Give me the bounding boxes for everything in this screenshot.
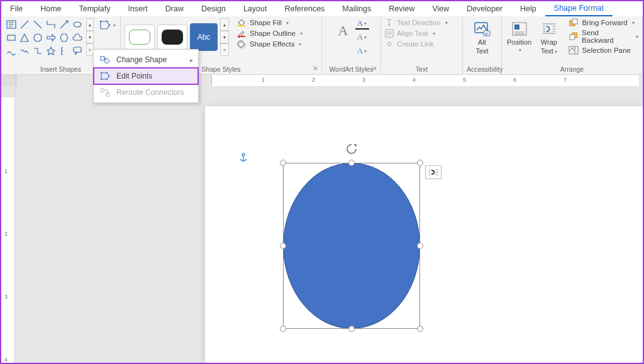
menu-change-shape[interactable]: Change Shape ▸ [94,52,198,68]
quick-styles-button[interactable]: A [334,18,353,43]
shape-outline-label: Shape Outline [250,30,296,37]
position-button[interactable]: Position ▾ [506,18,533,53]
edit-points-icon [100,72,110,80]
shape-freeform-icon[interactable] [18,45,31,57]
tab-view[interactable]: View [423,1,458,16]
svg-rect-9 [238,36,245,37]
align-text-button[interactable]: Align Text▾ [385,29,448,38]
resize-handle-bc[interactable] [348,326,355,332]
tab-file[interactable]: File [1,1,31,16]
send-backward-button[interactable]: Send Backward▾ [569,29,638,44]
shape-outline-button[interactable]: Shape Outline▾ [236,29,303,38]
tab-design[interactable]: Design [192,1,235,16]
style-preset-3[interactable]: Abc [190,23,218,51]
pen-icon [236,29,247,38]
bring-forward-icon [569,18,579,27]
rotate-handle[interactable] [345,143,358,158]
shape-textbox-icon[interactable] [5,18,18,31]
style-preset-1[interactable] [125,25,155,50]
wrap-text-button[interactable]: Wrap Text▾ [535,18,562,55]
tab-references[interactable]: References [275,1,333,16]
document-page[interactable] [205,106,644,364]
shape-line-icon[interactable] [18,18,31,31]
tab-insert[interactable]: Insert [119,1,157,16]
shape-arrow-icon[interactable] [58,18,70,31]
tab-help[interactable]: Help [511,1,545,16]
send-backward-icon [569,32,579,41]
document-area[interactable]: 1 2 3 4 [1,86,643,364]
svg-point-11 [239,42,245,48]
layout-options-button[interactable] [425,165,441,179]
svg-rect-22 [101,57,104,60]
tab-shape-format[interactable]: Shape Format [545,1,613,16]
dialog-launcher-wa-icon[interactable]: ⇲ [370,64,378,72]
shape-rarrow-icon[interactable] [45,31,57,44]
group-label-wordart: WordArt Styles [326,64,377,74]
resize-handle-tl[interactable] [280,160,286,166]
resize-handle-mr[interactable] [417,243,423,249]
shape-brace-icon[interactable] [58,45,70,57]
resize-handle-tr[interactable] [417,160,423,166]
menu-reroute-connectors: Reroute Connectors [94,84,198,101]
bring-forward-label: Bring Forward [582,19,627,26]
alt-text-button[interactable]: Alt Text [469,18,496,55]
shape-fill-button[interactable]: Shape Fill▾ [236,18,303,27]
resize-handle-bl[interactable] [280,326,286,332]
tab-review[interactable]: Review [380,1,423,16]
svg-rect-25 [106,72,108,74]
shape-rect-icon[interactable] [5,31,18,44]
shape-circle-icon[interactable] [31,31,44,44]
shape-elbow-icon[interactable] [45,18,57,31]
bring-forward-button[interactable]: Bring Forward▾ [569,18,638,27]
align-text-label: Align Text [397,30,428,37]
shape-triangle-icon[interactable] [18,31,31,44]
text-fill-button[interactable]: A▾ [355,18,369,30]
resize-handle-ml[interactable] [280,243,286,249]
tab-mailings[interactable]: Mailings [333,1,380,16]
anchor-icon[interactable] [239,153,248,165]
create-link-button[interactable]: Create Link [385,40,448,48]
tab-draw[interactable]: Draw [157,1,192,16]
tab-developer[interactable]: Developer [458,1,511,16]
text-effects-button[interactable]: A▾ [355,46,369,57]
shape-hex-icon[interactable] [58,31,70,44]
selected-shape[interactable] [283,163,420,329]
shape-connector-icon[interactable] [31,45,44,57]
style-gallery-scroll[interactable]: ▴ ▾ ▿ [220,18,229,56]
ruler-mark: 6 [513,77,516,83]
edit-shape-menu: Change Shape ▸ Edit Points Reroute Conne… [93,49,199,103]
group-label-text: Text [385,64,458,74]
group-text: Text Direction▾ Align Text▾ Create Link … [381,16,463,74]
tab-home[interactable]: Home [31,1,70,16]
shape-line2-icon[interactable] [31,18,44,31]
dialog-launcher-icon[interactable]: ⇲ [311,64,319,72]
edit-shape-button[interactable]: ▾ [99,18,116,32]
selection-bounds [283,163,420,329]
shape-callout-icon[interactable] [71,45,84,57]
menu-change-shape-label: Change Shape [116,55,167,64]
tab-layout[interactable]: Layout [235,1,276,16]
ruler-mark-v: 1 [4,168,8,174]
shape-star-icon[interactable] [45,45,57,57]
resize-handle-tc[interactable] [348,160,355,166]
style-up-icon[interactable]: ▴ [220,18,229,31]
style-down-icon[interactable]: ▾ [220,31,229,43]
tab-templafy[interactable]: Templafy [70,1,119,16]
shape-gallery[interactable] [5,18,84,57]
shape-curve-icon[interactable] [5,45,18,57]
menu-edit-points[interactable]: Edit Points [94,68,198,84]
shape-cloud-icon[interactable] [71,31,84,44]
wordart-a-icon: A [338,23,348,39]
gallery-up-icon[interactable]: ▴ [86,18,94,31]
shape-oval-icon[interactable] [71,18,84,31]
text-direction-button[interactable]: Text Direction▾ [385,18,448,27]
chevron-down-icon: ▾ [519,47,521,53]
selection-pane-button[interactable]: Selection Pane [569,46,638,55]
gallery-down-icon[interactable]: ▾ [86,31,94,43]
shape-effects-button[interactable]: Shape Effects▾ [236,40,303,48]
vertical-ruler[interactable]: 1 2 3 4 [1,86,15,364]
style-preset-2[interactable] [157,25,187,50]
resize-handle-br[interactable] [417,326,423,332]
style-more-icon[interactable]: ▿ [220,43,229,56]
text-outline-button[interactable]: A▾ [355,32,369,43]
